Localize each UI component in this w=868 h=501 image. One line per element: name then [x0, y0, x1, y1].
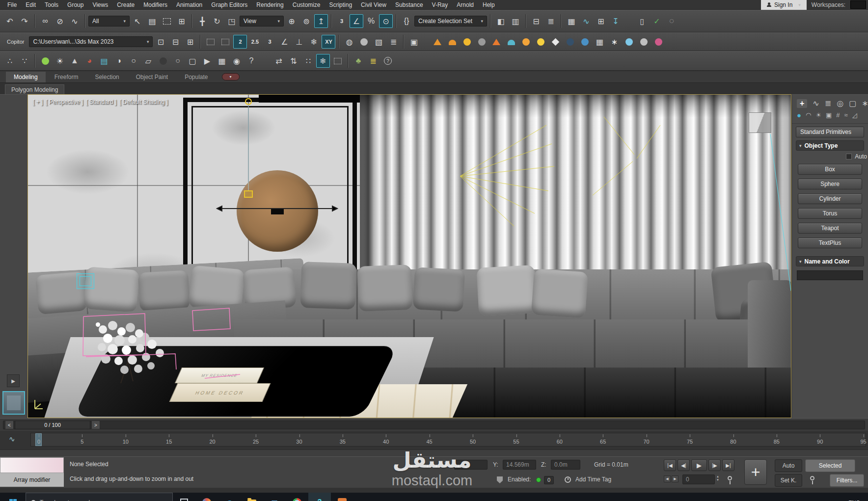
- spinner-snap-icon[interactable]: ⊙: [379, 14, 393, 28]
- frame-spinner-arrows[interactable]: ▲ ▼: [716, 475, 719, 481]
- select-and-rotate-icon[interactable]: ↻: [210, 14, 224, 28]
- help-circle-icon[interactable]: ?: [381, 54, 395, 68]
- select-by-name-icon[interactable]: ▤: [145, 14, 159, 28]
- percent-snap-icon[interactable]: %: [364, 14, 378, 28]
- systems-category[interactable]: ◿: [852, 111, 857, 119]
- ribbon-toggle-icon[interactable]: ▦: [565, 14, 578, 28]
- menu-help[interactable]: Help: [478, 0, 499, 9]
- bind-to-spacewarp-icon[interactable]: ∿: [68, 14, 81, 28]
- go-to-end-button[interactable]: ▶|: [722, 459, 734, 471]
- object-type-rollout[interactable]: ▾ Object Type: [796, 140, 864, 151]
- dome-light-icon[interactable]: [445, 35, 459, 49]
- curve-editor-icon[interactable]: ∿: [579, 14, 593, 28]
- render-swirl-icon[interactable]: ◕: [82, 54, 96, 68]
- time-slider-track[interactable]: [3, 421, 865, 429]
- enabled-indicator[interactable]: [536, 477, 541, 482]
- daylight-icon[interactable]: ☀: [53, 54, 67, 68]
- forest-icon[interactable]: ♣: [352, 54, 365, 68]
- perspective-viewport[interactable]: MY RESIDENCE HOME DECOR: [27, 94, 791, 418]
- x-field[interactable]: [454, 460, 488, 470]
- menu-scripting[interactable]: Scripting: [325, 0, 356, 9]
- objecttype-textplus-button[interactable]: TextPlus: [798, 237, 862, 248]
- modify-tab[interactable]: ∿: [813, 99, 819, 108]
- sofa-pillow[interactable]: [477, 265, 537, 316]
- objecttype-cylinder-button[interactable]: Cylinder: [798, 193, 862, 204]
- cameras-category[interactable]: ▣: [826, 111, 832, 119]
- sofa-pillow[interactable]: [531, 268, 588, 318]
- light-bulb-icon[interactable]: [38, 54, 52, 68]
- file-explorer-icon[interactable]: [241, 493, 263, 501]
- menu-file[interactable]: File: [3, 0, 21, 9]
- eye-icon[interactable]: ◉: [230, 54, 244, 68]
- objecttype-torus-button[interactable]: Torus: [798, 208, 862, 219]
- safe-frame-icon[interactable]: ▦: [215, 54, 229, 68]
- mail-app-icon[interactable]: ✉: [263, 493, 286, 501]
- angle-snap-icon[interactable]: ∠: [350, 14, 363, 28]
- use-pivot-center-icon[interactable]: ⊕: [285, 14, 298, 28]
- sofa-pillow[interactable]: [300, 262, 356, 310]
- auto-key-button[interactable]: Auto: [775, 459, 802, 472]
- objecttype-sphere-button[interactable]: Sphere: [798, 179, 862, 189]
- array-rotate-icon[interactable]: ⇅: [287, 54, 300, 68]
- paste-object-icon[interactable]: ⊟: [168, 35, 182, 49]
- start-button[interactable]: [0, 493, 26, 501]
- lights-category[interactable]: ☀: [815, 111, 821, 119]
- task-view-button[interactable]: [173, 493, 195, 501]
- render-teapot-icon[interactable]: ◍: [342, 35, 356, 49]
- window-crossing-icon[interactable]: ⊞: [175, 14, 189, 28]
- utilities-tab[interactable]: ∗: [862, 99, 868, 108]
- keyboard-override-icon[interactable]: ↥: [314, 14, 328, 28]
- snap-grid-icon[interactable]: [204, 35, 217, 49]
- sign-in-button[interactable]: Sign In ▾: [761, 0, 807, 10]
- copy-object-icon[interactable]: ⊡: [154, 35, 167, 49]
- polygon-modeling-panel-tab[interactable]: Polygon Modeling: [5, 84, 64, 95]
- render-check-icon[interactable]: ✓: [650, 14, 664, 28]
- mini-viewport-button[interactable]: [2, 391, 25, 415]
- gray-sphere-icon[interactable]: [637, 35, 651, 49]
- book-icon[interactable]: ▤: [97, 54, 111, 68]
- menu-create[interactable]: Create: [112, 0, 139, 9]
- menu-modifiers[interactable]: Modifiers: [139, 0, 172, 9]
- geometry-category[interactable]: ●: [797, 111, 801, 119]
- sofa-pillow[interactable]: [357, 264, 412, 312]
- objecttype-teapot-button[interactable]: Teapot: [798, 223, 862, 234]
- viewcube[interactable]: [749, 112, 771, 133]
- help-icon[interactable]: ?: [244, 54, 258, 68]
- schematic-view-icon[interactable]: ⊞: [594, 14, 608, 28]
- selection-lock-icon[interactable]: [497, 476, 503, 483]
- scatter-icon[interactable]: ∷: [301, 54, 315, 68]
- next-key-button[interactable]: ▶: [672, 475, 678, 482]
- clipboard-icon[interactable]: ▯: [635, 14, 649, 28]
- ribbon-overflow-button[interactable]: ▾: [222, 73, 240, 80]
- enabled-count[interactable]: 0: [544, 476, 554, 484]
- unlink-selection-icon[interactable]: ⊘: [53, 14, 67, 28]
- play-screen-icon[interactable]: ▶: [200, 54, 214, 68]
- flake-icon[interactable]: ∗: [607, 35, 621, 49]
- set-key-button[interactable]: Set K.: [775, 474, 802, 487]
- checker-box-icon[interactable]: ▦: [593, 35, 606, 49]
- primitives-dropdown[interactable]: Standard Primitives: [796, 127, 864, 137]
- frame-spinner[interactable]: 0: [682, 475, 715, 484]
- menu-v-ray[interactable]: V-Ray: [428, 0, 453, 9]
- scene-plant[interactable]: [86, 315, 189, 393]
- axis-constraint-xy-icon[interactable]: XY: [322, 35, 335, 49]
- select-and-link-icon[interactable]: ∞: [38, 14, 52, 28]
- previous-key-button[interactable]: ◀: [664, 475, 671, 482]
- ribbon-tab-object-paint[interactable]: Object Paint: [128, 72, 176, 82]
- torus-icon[interactable]: ○: [127, 54, 140, 68]
- ribbon-tab-freeform[interactable]: Freeform: [47, 72, 86, 82]
- key-filters-button[interactable]: Filters...: [830, 474, 864, 487]
- render-production-icon[interactable]: ◌: [665, 14, 678, 28]
- menu-substance[interactable]: Substance: [391, 0, 428, 9]
- character-icon[interactable]: [651, 35, 665, 49]
- expand-trackbar-button[interactable]: ▶: [7, 374, 20, 387]
- next-frame-button[interactable]: |▶: [708, 459, 721, 471]
- helpers-category[interactable]: #: [836, 111, 840, 119]
- ribbon-tab-selection[interactable]: Selection: [87, 72, 127, 82]
- menu-arnold[interactable]: Arnold: [452, 0, 478, 9]
- menu-edit[interactable]: Edit: [21, 0, 40, 9]
- viewport-standard-menu[interactable]: [ Standard ]: [86, 99, 116, 105]
- sheets-icon[interactable]: ▱: [141, 54, 155, 68]
- add-time-tag-button[interactable]: Add Time Tag: [575, 476, 611, 483]
- scene-mirror[interactable]: [237, 170, 318, 252]
